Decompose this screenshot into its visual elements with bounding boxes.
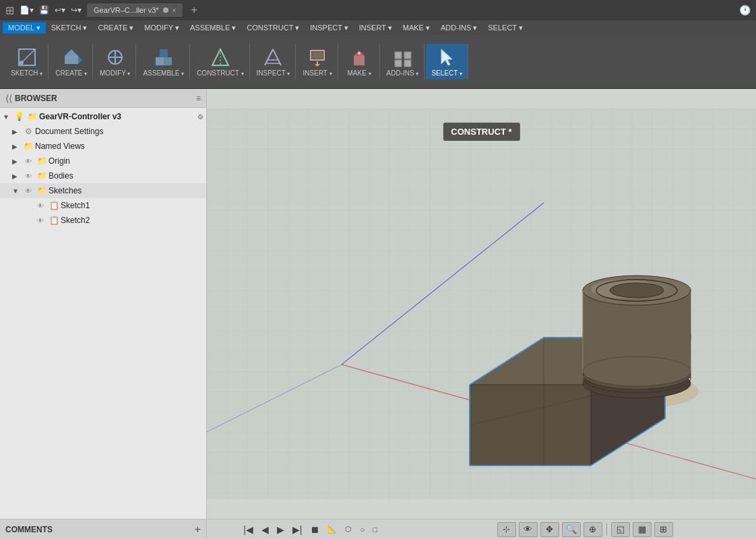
tree-sketch1[interactable]: 👁 📋 Sketch1 <box>0 198 206 213</box>
svg-point-25 <box>358 52 360 55</box>
menu-addins[interactable]: ADD-INS ▾ <box>435 22 482 34</box>
menu-inspect[interactable]: INSPECT ▾ <box>305 22 354 34</box>
svg-rect-28 <box>395 60 402 67</box>
inspect-tool[interactable]: INSPECT ▾ <box>251 44 296 80</box>
svg-rect-3 <box>65 56 78 64</box>
svg-marker-22 <box>315 64 320 67</box>
inspect-label: INSPECT ▾ <box>257 69 290 77</box>
sketch1-doc-icon: 📋 <box>49 200 59 211</box>
inspect-icon <box>262 46 284 68</box>
svg-marker-5 <box>78 56 82 64</box>
assemble-tool[interactable]: ASSEMBLE ▾ <box>137 44 190 80</box>
sketch2-eye-icon: 👁 <box>35 215 46 226</box>
menu-sketch[interactable]: SKETCH ▾ <box>46 22 93 34</box>
menu-select[interactable]: SELECT ▾ <box>482 22 528 34</box>
tree-origin[interactable]: ▶ 👁 📁 Origin <box>0 154 206 168</box>
make-tool[interactable]: MAKE ▾ <box>340 44 380 80</box>
nav-pan-btn[interactable]: ⊹ <box>497 522 516 537</box>
construct-icon <box>210 46 231 68</box>
tab[interactable]: GearVR–C...ller v3* × <box>87 3 183 17</box>
viewport[interactable]: CONSTRUCT * <box>207 89 756 519</box>
menu-model[interactable]: MODEL ▾ <box>3 22 46 34</box>
menu-modify[interactable]: MODIFY ▾ <box>139 22 185 34</box>
file-menu-icon[interactable]: 📄▾ <box>20 5 34 15</box>
playback-next-btn[interactable]: ▶| <box>290 523 305 536</box>
sketch-profile-icon[interactable]: ⬡ <box>342 524 354 535</box>
menu-create[interactable]: CREATE ▾ <box>92 22 139 34</box>
svg-rect-29 <box>404 60 411 67</box>
sketch-tool[interactable]: SKETCH ▾ <box>5 44 49 80</box>
origin-folder-icon: 📁 <box>36 156 47 166</box>
root-folder-icon: 📁 <box>27 111 38 122</box>
sketch-circle-icon[interactable]: ○ <box>357 524 367 535</box>
make-label: MAKE ▾ <box>347 69 371 77</box>
comments-plus-btn[interactable]: + <box>195 524 201 536</box>
tab-close-btn[interactable]: × <box>172 7 177 14</box>
menu-insert[interactable]: INSERT ▾ <box>354 22 398 34</box>
tab-label: GearVR–C...ller v3* <box>94 6 159 14</box>
tree-root[interactable]: ▼ 💡 📁 GearVR-Controller v3 ⚙ <box>0 109 206 124</box>
origin-eye-icon: 👁 <box>23 156 34 166</box>
select-tool[interactable]: SELECT ▾ <box>426 44 468 80</box>
nav-pan2-btn[interactable]: ✥ <box>540 522 559 537</box>
menu-assemble[interactable]: ASSEMBLE ▾ <box>185 22 241 34</box>
playback-start-btn[interactable]: |◀ <box>241 523 256 536</box>
playback-prev-btn[interactable]: ◀ <box>259 523 272 536</box>
sketch1-eye-icon: 👁 <box>35 200 46 211</box>
menubar: MODEL ▾ SKETCH ▾ CREATE ▾ MODIFY ▾ ASSEM… <box>0 20 756 35</box>
addins-tool[interactable]: ADD-INS ▾ <box>381 44 425 80</box>
construct-tool[interactable]: CONSTRUCT ▾ <box>191 44 249 80</box>
bodies-expand-icon: ▶ <box>12 172 22 180</box>
sketch-rect-icon[interactable]: □ <box>370 524 380 535</box>
create-label: CREATE ▾ <box>55 69 87 77</box>
redo-icon[interactable]: ↪▾ <box>71 5 82 15</box>
bodies-eye-icon: 👁 <box>23 170 34 181</box>
root-expand-icon: ▼ <box>3 113 12 121</box>
tree-sketch2[interactable]: 👁 📋 Sketch2 <box>0 213 206 228</box>
assemble-label: ASSEMBLE ▾ <box>143 69 184 77</box>
nav-zoom-fit-btn[interactable]: ⊕ <box>584 522 602 537</box>
named-views-folder-icon: 📁 <box>23 141 34 152</box>
browser-menu-icon[interactable]: ≡ <box>196 94 201 103</box>
browser-header: ⟨⟨ BROWSER ≡ <box>0 89 206 108</box>
playback-stop-btn[interactable]: ⏹ <box>307 523 322 536</box>
create-icon <box>61 46 82 68</box>
tab-modified-dot <box>163 7 168 13</box>
display-mode-btn[interactable]: ◱ <box>611 522 630 537</box>
history-icon[interactable]: 🕐 <box>739 5 751 15</box>
sketches-expand-icon: ▼ <box>12 187 22 195</box>
browser-collapse-icon[interactable]: ⟨⟨ <box>5 93 12 104</box>
menu-make[interactable]: MAKE ▾ <box>398 22 435 34</box>
toolbar: SKETCH ▾ CREATE ▾ MODIFY ▾ <box>0 35 756 89</box>
make-icon <box>348 46 370 68</box>
undo-icon[interactable]: ↩▾ <box>55 5 65 15</box>
tree-document-settings[interactable]: ▶ ⚙ Document Settings <box>0 124 206 139</box>
nav-look-btn[interactable]: 👁 <box>519 522 538 537</box>
main-area: ⟨⟨ BROWSER ≡ ▼ 💡 📁 GearVR-Controller v3 … <box>0 89 756 519</box>
tab-add-btn[interactable]: + <box>191 4 197 16</box>
bodies-label: Bodies <box>49 171 73 181</box>
scene-svg <box>207 89 756 519</box>
root-settings-icon[interactable]: ⚙ <box>197 113 203 121</box>
tree-sketches[interactable]: ▼ 👁 📁 Sketches <box>0 183 206 198</box>
save-icon[interactable]: 💾 <box>39 5 49 15</box>
playback-play-btn[interactable]: ▶ <box>274 523 287 536</box>
named-views-label: Named Views <box>35 141 85 151</box>
modify-label: MODIFY ▾ <box>100 69 130 77</box>
construct-label: CONSTRUCT ▾ <box>197 69 243 77</box>
tree-bodies[interactable]: ▶ 👁 📁 Bodies <box>0 168 206 183</box>
display-grid-btn[interactable]: ▦ <box>633 522 652 537</box>
menu-construct[interactable]: CONSTRUCT ▾ <box>241 22 305 34</box>
tree-named-views[interactable]: ▶ 📁 Named Views <box>0 139 206 154</box>
assemble-icon <box>153 46 175 68</box>
svg-rect-27 <box>404 52 411 59</box>
create-tool[interactable]: CREATE ▾ <box>50 44 93 80</box>
svg-rect-9 <box>156 57 164 65</box>
insert-tool[interactable]: INSERT ▾ <box>297 44 338 80</box>
origin-expand-icon: ▶ <box>12 158 22 165</box>
doc-expand-icon: ▶ <box>12 128 22 135</box>
display-layout-btn[interactable]: ⊞ <box>654 522 673 537</box>
modify-tool[interactable]: MODIFY ▾ <box>94 44 136 80</box>
sketch-create-icon[interactable]: 📐 <box>325 524 340 535</box>
nav-zoom-btn[interactable]: 🔍 <box>562 522 581 537</box>
